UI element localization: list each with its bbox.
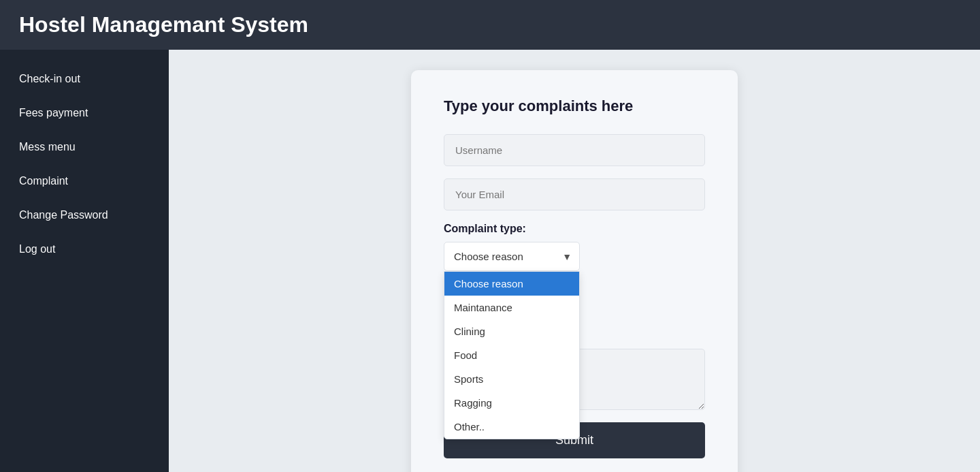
dropdown-option-choose-reason[interactable]: Choose reason — [444, 272, 579, 296]
content-area: Type your complaints here Complaint type… — [169, 50, 980, 472]
dropdown-option-clining[interactable]: Clining — [444, 319, 579, 343]
app-header: Hostel Managemant System — [0, 0, 980, 50]
dropdown-option-sports[interactable]: Sports — [444, 367, 579, 391]
dropdown-option-food[interactable]: Food — [444, 343, 579, 367]
form-title: Type your complaints here — [444, 97, 705, 115]
main-layout: Check-in outFees paymentMess menuComplai… — [0, 50, 980, 472]
dropdown-options-list: Choose reasonMaintananceCliningFoodSport… — [444, 271, 580, 439]
sidebar-item-fees-payment[interactable]: Fees payment — [0, 97, 169, 129]
sidebar-item-complaint[interactable]: Complaint — [0, 166, 169, 197]
dropdown-option-maintanance[interactable]: Maintanance — [444, 296, 579, 319]
dropdown-option-ragging[interactable]: Ragging — [444, 391, 579, 415]
complaint-type-select[interactable]: Choose reasonMaintananceCliningFoodSport… — [444, 242, 580, 271]
app-title: Hostel Managemant System — [19, 12, 308, 37]
complaint-type-select-wrapper: Choose reasonMaintananceCliningFoodSport… — [444, 242, 580, 271]
email-input[interactable] — [444, 178, 705, 210]
complaint-type-label: Complaint type: — [444, 223, 705, 235]
sidebar-item-log-out[interactable]: Log out — [0, 234, 169, 265]
sidebar: Check-in outFees paymentMess menuComplai… — [0, 50, 169, 472]
username-input[interactable] — [444, 134, 705, 166]
sidebar-item-mess-menu[interactable]: Mess menu — [0, 131, 169, 163]
sidebar-item-check-in-out[interactable]: Check-in out — [0, 63, 169, 95]
sidebar-item-change-password[interactable]: Change Password — [0, 200, 169, 231]
dropdown-option-other[interactable]: Other.. — [444, 415, 579, 439]
complaint-form-card: Type your complaints here Complaint type… — [411, 70, 738, 472]
